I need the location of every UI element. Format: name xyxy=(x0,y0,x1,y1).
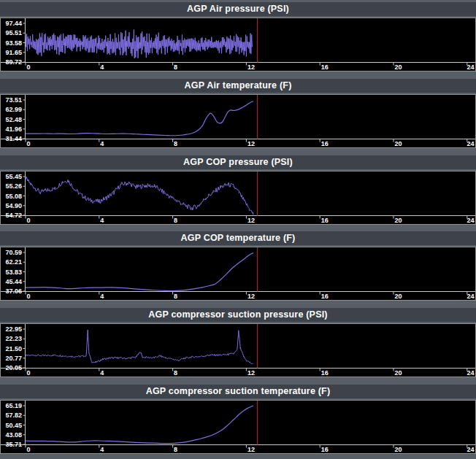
x-tick-label: 24 xyxy=(467,217,474,224)
plot-border xyxy=(1,401,476,454)
y-tick-label: 97.44 xyxy=(5,20,22,27)
x-tick-label: 0 xyxy=(27,140,31,147)
series-line xyxy=(26,253,253,291)
y-tick-label: 43.08 xyxy=(5,431,22,439)
series-line xyxy=(26,177,253,215)
chart-plot-area[interactable]: 73.5162.9952.4841.9631.4404812162024 xyxy=(0,94,476,148)
y-tick-label: 22.95 xyxy=(5,326,22,333)
x-tick-label: 20 xyxy=(395,63,402,71)
x-tick-label: 0 xyxy=(27,63,31,71)
x-tick-label: 4 xyxy=(100,369,104,377)
chart-plot-area[interactable]: 55.4555.2655.0854.9054.7204812162024 xyxy=(0,171,476,225)
chart-plot-area[interactable]: 65.1957.8250.4543.0835.7104812162024 xyxy=(0,400,476,454)
x-tick-label: 24 xyxy=(467,63,474,71)
chart-canvas: 70.5962.2153.8345.4437.0604812162024 xyxy=(0,247,476,301)
x-tick-label: 8 xyxy=(174,446,177,453)
chart-plot-area[interactable]: 70.5962.2153.8345.4437.0604812162024 xyxy=(0,247,476,301)
x-tick-label: 4 xyxy=(100,217,104,224)
x-tick-label: 12 xyxy=(247,140,255,147)
y-tick-label: 54.72 xyxy=(5,212,22,219)
x-tick-label: 24 xyxy=(467,140,474,147)
y-tick-label: 45.44 xyxy=(5,278,22,285)
y-tick-label: 35.71 xyxy=(5,441,22,448)
chart-title: AGP compressor suction temperature (F) xyxy=(0,385,476,398)
series-line xyxy=(26,330,253,364)
x-tick-label: 0 xyxy=(27,293,31,300)
x-tick-label: 8 xyxy=(174,369,177,377)
x-tick-label: 20 xyxy=(395,217,402,224)
series-line xyxy=(26,101,253,136)
plot-border xyxy=(1,171,476,224)
x-tick-label: 4 xyxy=(100,140,104,147)
y-tick-label: 22.23 xyxy=(5,336,22,343)
x-tick-label: 8 xyxy=(174,293,177,300)
y-tick-label: 93.58 xyxy=(5,39,22,47)
y-tick-label: 53.83 xyxy=(5,269,22,276)
x-tick-label: 12 xyxy=(247,369,255,377)
chart-canvas: 22.9522.2321.5020.7720.0504812162024 xyxy=(0,323,476,377)
chart-title: AGP Air temperature (F) xyxy=(0,79,476,93)
x-tick-label: 12 xyxy=(247,63,255,71)
x-tick-label: 12 xyxy=(247,293,255,300)
x-tick-label: 20 xyxy=(395,140,402,147)
chart-canvas: 73.5162.9952.4841.9631.4404812162024 xyxy=(0,94,476,148)
chart-canvas: 55.4555.2655.0854.9054.7204812162024 xyxy=(0,171,476,225)
x-tick-label: 16 xyxy=(321,446,329,453)
y-tick-label: 89.72 xyxy=(5,58,22,66)
chart-canvas: 65.1957.8250.4543.0835.7104812162024 xyxy=(0,400,476,454)
chart-title: AGP compressor suction pressure (PSI) xyxy=(0,308,476,322)
y-tick-label: 21.50 xyxy=(5,345,22,352)
y-tick-label: 37.06 xyxy=(5,288,22,296)
series-line xyxy=(26,29,252,58)
x-tick-label: 24 xyxy=(467,369,474,377)
plot-border xyxy=(1,94,476,147)
chart-unit-suction-temperature: AGP compressor suction temperature (F) 6… xyxy=(0,382,476,459)
y-tick-label: 73.51 xyxy=(5,96,22,104)
chart-canvas: 97.4495.5193.5891.6589.7204812162024 xyxy=(0,18,476,72)
y-tick-label: 62.99 xyxy=(5,106,22,113)
x-tick-label: 16 xyxy=(321,369,329,377)
y-tick-label: 91.65 xyxy=(5,49,22,56)
x-tick-label: 4 xyxy=(100,63,104,71)
y-tick-label: 52.48 xyxy=(5,116,22,123)
x-tick-label: 8 xyxy=(174,63,177,71)
x-tick-label: 24 xyxy=(467,446,474,453)
chart-unit-air-temperature: AGP Air temperature (F) 73.5162.9952.484… xyxy=(0,77,476,153)
x-tick-label: 8 xyxy=(174,217,177,224)
x-tick-label: 0 xyxy=(27,217,31,224)
plot-border xyxy=(1,324,476,377)
x-tick-label: 8 xyxy=(174,140,177,147)
x-tick-label: 4 xyxy=(100,446,104,453)
plot-border xyxy=(1,247,476,301)
y-tick-label: 31.44 xyxy=(5,135,22,142)
chart-unit-suction-pressure: AGP compressor suction pressure (PSI) 22… xyxy=(0,306,476,382)
y-tick-label: 70.59 xyxy=(5,250,22,257)
y-tick-label: 55.26 xyxy=(5,182,22,190)
y-tick-label: 41.96 xyxy=(5,126,22,133)
chart-plot-area[interactable]: 97.4495.5193.5891.6589.7204812162024 xyxy=(0,18,476,72)
y-tick-label: 20.05 xyxy=(5,365,22,372)
y-tick-label: 57.82 xyxy=(5,412,22,420)
x-tick-label: 16 xyxy=(321,63,329,71)
y-tick-label: 65.19 xyxy=(5,402,22,409)
chart-title: AGP Air pressure (PSI) xyxy=(0,2,476,16)
y-tick-label: 62.21 xyxy=(5,259,22,266)
chart-plot-area[interactable]: 22.9522.2321.5020.7720.0504812162024 xyxy=(0,323,476,377)
x-tick-label: 20 xyxy=(395,446,402,453)
y-tick-label: 54.90 xyxy=(5,202,22,209)
y-tick-label: 55.08 xyxy=(5,192,22,199)
sensor-dashboard: AGP Air pressure (PSI) 97.4495.5193.5891… xyxy=(0,0,476,459)
x-tick-label: 20 xyxy=(395,293,402,300)
y-tick-label: 95.51 xyxy=(5,29,22,36)
x-tick-label: 0 xyxy=(27,446,31,453)
y-tick-label: 20.77 xyxy=(5,355,22,362)
chart-unit-air-pressure: AGP Air pressure (PSI) 97.4495.5193.5891… xyxy=(0,0,476,77)
x-tick-label: 0 xyxy=(27,369,31,377)
x-tick-label: 12 xyxy=(247,217,255,224)
x-tick-label: 16 xyxy=(321,293,329,300)
chart-unit-cop-pressure: AGP COP pressure (PSI) 55.4555.2655.0854… xyxy=(0,153,476,230)
x-tick-label: 20 xyxy=(395,369,402,377)
x-tick-label: 16 xyxy=(321,217,329,224)
chart-title: AGP COP pressure (PSI) xyxy=(0,155,476,169)
series-line xyxy=(26,406,253,443)
